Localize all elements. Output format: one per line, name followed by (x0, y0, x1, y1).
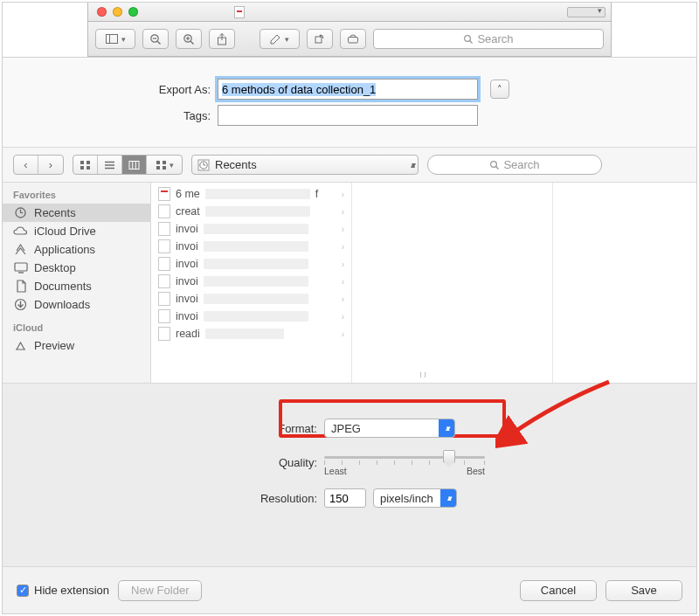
pdf-file-icon (158, 187, 170, 201)
highlight-tool-button[interactable] (260, 29, 300, 49)
file-icon (158, 274, 170, 288)
sidebar-header-favorites: Favorites (3, 186, 150, 204)
minimize-window-button[interactable] (113, 7, 122, 17)
format-popup[interactable]: JPEG ▴▾ (324, 419, 455, 438)
file-row[interactable]: creat› (151, 203, 351, 220)
finder-search-field[interactable]: Search (427, 155, 602, 175)
sidebar-item-applications[interactable]: Applications (3, 240, 150, 259)
chevron-right-icon: › (342, 329, 344, 339)
app-search-field[interactable]: Search (373, 29, 604, 49)
finder-sidebar: Favorites Recents iCloud Drive Applicati… (3, 183, 151, 383)
sidebar-item-label: Applications (34, 243, 95, 256)
format-popup-value: JPEG (331, 422, 361, 435)
forward-button[interactable]: › (38, 156, 63, 174)
file-icon (158, 239, 170, 253)
clock-icon (13, 206, 28, 219)
file-row[interactable]: invoi› (151, 290, 351, 308)
svg-rect-13 (349, 37, 358, 43)
export-options: Format: JPEG ▴▾ Quality: Least Best (3, 384, 696, 566)
sidebar-item-label: iCloud Drive (34, 225, 96, 238)
sidebar-item-label: Desktop (34, 261, 76, 274)
annotation-arrow (495, 377, 618, 452)
svg-rect-18 (80, 166, 84, 170)
chevron-updown-icon: ▴▾ (411, 160, 412, 170)
zoom-in-button[interactable] (176, 29, 202, 49)
file-icon (158, 292, 170, 306)
file-icon (158, 222, 170, 236)
file-row[interactable]: 6 mef› (151, 185, 351, 203)
desktop-icon (13, 262, 28, 273)
cancel-button[interactable]: Cancel (520, 580, 597, 601)
file-row[interactable]: invoi› (151, 255, 351, 273)
app-toolbar: Search (87, 22, 612, 57)
hide-extension-checkbox[interactable]: ✓ Hide extension (17, 584, 109, 597)
preview-icon (13, 339, 28, 352)
resolution-unit-popup[interactable]: pixels/inch ▴▾ (373, 488, 457, 508)
rotate-button[interactable] (307, 29, 333, 49)
svg-rect-29 (163, 166, 166, 170)
svg-rect-27 (163, 161, 166, 164)
file-row[interactable]: readi› (151, 325, 351, 343)
resize-handle-icon[interactable]: ıı (419, 369, 428, 379)
view-mode-segment: ▾ (73, 155, 183, 175)
share-button[interactable] (209, 29, 235, 49)
quality-slider[interactable] (324, 448, 485, 466)
chevron-right-icon: › (342, 260, 344, 269)
quality-label: Quality: (247, 456, 317, 469)
column-view-button[interactable] (122, 156, 147, 174)
file-row[interactable]: invoi› (151, 238, 351, 255)
sidebar-toggle-button[interactable] (95, 29, 135, 49)
file-row[interactable]: invoi› (151, 220, 351, 238)
svg-rect-28 (156, 166, 160, 170)
file-column: 6 mef› creat› invoi› invoi› invoi› invoi… (151, 183, 352, 383)
svg-rect-39 (15, 263, 27, 271)
zoom-window-button[interactable] (128, 7, 138, 17)
chevron-updown-icon: ▴▾ (440, 489, 456, 507)
sidebar-item-desktop[interactable]: Desktop (3, 259, 150, 277)
sidebar-item-recents[interactable]: Recents (3, 204, 150, 222)
dialog-footer: ✓ Hide extension New Folder Cancel Save (3, 566, 696, 613)
format-label: Format: (247, 422, 317, 435)
file-row[interactable]: invoi› (151, 273, 351, 290)
sidebar-item-icloud-drive[interactable]: iCloud Drive (3, 222, 150, 240)
svg-rect-0 (106, 35, 117, 44)
markup-button[interactable] (340, 29, 366, 49)
sidebar-item-downloads[interactable]: Downloads (3, 295, 150, 314)
svg-rect-19 (87, 166, 90, 170)
svg-point-34 (491, 161, 497, 167)
hide-extension-label: Hide extension (34, 584, 109, 597)
tags-label: Tags: (142, 109, 211, 122)
sidebar-item-preview[interactable]: Preview (3, 336, 150, 355)
location-popup[interactable]: Recents ▴▾ (191, 155, 419, 175)
zoom-out-button[interactable] (142, 29, 169, 49)
titlebar-dropdown[interactable] (567, 7, 606, 17)
svg-marker-11 (271, 35, 280, 44)
close-window-button[interactable] (97, 7, 107, 17)
chevron-right-icon: › (342, 277, 344, 287)
gallery-view-button[interactable]: ▾ (147, 156, 182, 174)
export-as-input[interactable] (218, 79, 478, 100)
sidebar-item-documents[interactable]: Documents (3, 277, 150, 295)
document-pdf-icon (234, 6, 245, 18)
collapse-sheet-button[interactable]: ˄ (490, 80, 509, 99)
sidebar-item-label: Recents (34, 206, 76, 219)
file-row[interactable]: invoi› (151, 308, 351, 325)
resolution-input[interactable] (324, 488, 366, 508)
save-button[interactable]: Save (606, 580, 682, 601)
back-button[interactable]: ‹ (14, 156, 38, 174)
documents-icon (13, 280, 28, 293)
app-search-placeholder: Search (477, 32, 513, 45)
location-popup-label: Recents (215, 158, 257, 171)
svg-line-15 (470, 40, 473, 43)
sidebar-header-icloud: iCloud (3, 319, 150, 336)
new-folder-button[interactable]: New Folder (118, 580, 202, 601)
app-titlebar (87, 3, 612, 22)
cloud-icon (13, 225, 28, 237)
tags-input[interactable] (218, 105, 478, 126)
apps-icon (13, 243, 28, 256)
chevron-right-icon: › (342, 312, 344, 322)
list-view-button[interactable] (98, 156, 122, 174)
svg-rect-23 (129, 161, 139, 169)
icon-view-button[interactable] (73, 156, 98, 174)
file-icon (158, 204, 170, 218)
